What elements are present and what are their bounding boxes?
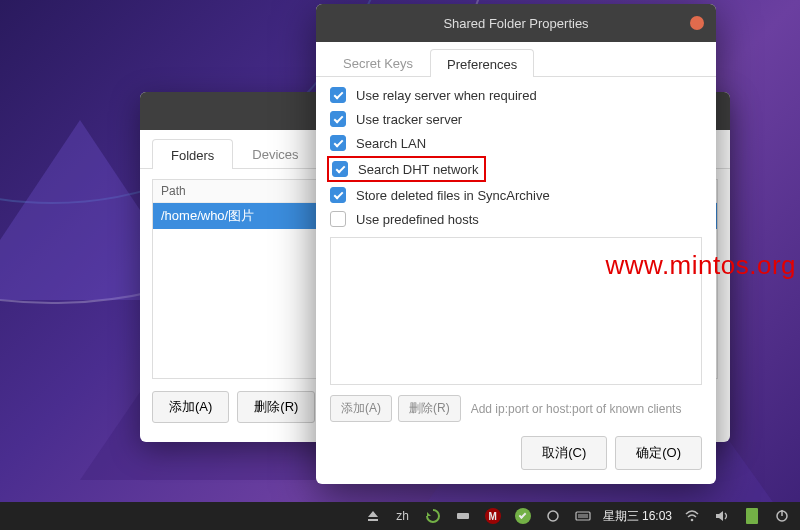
dialog-tabs: Secret Keys Preferences [316,42,716,77]
volume-icon[interactable] [712,506,732,526]
keyboard-tray-icon[interactable] [573,506,593,526]
svg-point-5 [691,519,694,522]
tab-secret-keys[interactable]: Secret Keys [326,48,430,76]
checkbox-icon[interactable] [330,135,346,151]
dialog-titlebar[interactable]: Shared Folder Properties [316,4,716,42]
option-label: Search LAN [356,136,426,151]
tab-devices[interactable]: Devices [233,138,317,168]
checkbox-icon[interactable] [330,111,346,127]
sync-tray-icon[interactable] [423,506,443,526]
hosts-hint: Add ip:port or host:port of known client… [467,402,702,416]
add-host-button[interactable]: 添加(A) [330,395,392,422]
option-sync-archive[interactable]: Store deleted files in SyncArchive [330,187,702,203]
disk-tray-icon[interactable] [453,506,473,526]
option-label: Use relay server when required [356,88,537,103]
remove-folder-button[interactable]: 删除(R) [237,391,315,423]
option-search-lan[interactable]: Search LAN [330,135,702,151]
option-search-dht[interactable]: Search DHT network [330,159,702,179]
battery-icon[interactable] [742,506,762,526]
power-icon[interactable] [772,506,792,526]
tab-preferences[interactable]: Preferences [430,49,534,77]
svg-rect-2 [576,512,590,520]
mega-tray-icon[interactable]: M [483,506,503,526]
status-tray-icon[interactable] [543,506,563,526]
wifi-icon[interactable] [682,506,702,526]
close-icon[interactable] [690,16,704,30]
eject-icon[interactable] [363,506,383,526]
highlight-annotation: Search DHT network [327,156,486,182]
option-label: Use tracker server [356,112,462,127]
svg-point-1 [548,511,558,521]
clock[interactable]: 星期三 16:03 [603,508,672,525]
option-label: Store deleted files in SyncArchive [356,188,550,203]
m-badge: M [485,508,501,524]
option-label: Use predefined hosts [356,212,479,227]
cancel-button[interactable]: 取消(C) [521,436,607,470]
option-relay[interactable]: Use relay server when required [330,87,702,103]
shared-folder-properties-dialog: Shared Folder Properties Secret Keys Pre… [316,4,716,484]
taskbar: zh M 星期三 16:03 [0,502,800,530]
ime-indicator[interactable]: zh [393,506,413,526]
option-label: Search DHT network [358,162,478,177]
shield-tray-icon[interactable] [513,506,533,526]
svg-rect-0 [457,513,469,519]
ok-button[interactable]: 确定(O) [615,436,702,470]
tab-folders[interactable]: Folders [152,139,233,169]
checkbox-icon[interactable] [332,161,348,177]
checkbox-icon[interactable] [330,187,346,203]
checkbox-icon[interactable] [330,211,346,227]
dialog-title: Shared Folder Properties [443,16,588,31]
add-folder-button[interactable]: 添加(A) [152,391,229,423]
option-tracker[interactable]: Use tracker server [330,111,702,127]
option-predefined-hosts[interactable]: Use predefined hosts [330,211,702,227]
remove-host-button[interactable]: 删除(R) [398,395,461,422]
predefined-hosts-list[interactable] [330,237,702,385]
checkbox-icon[interactable] [330,87,346,103]
